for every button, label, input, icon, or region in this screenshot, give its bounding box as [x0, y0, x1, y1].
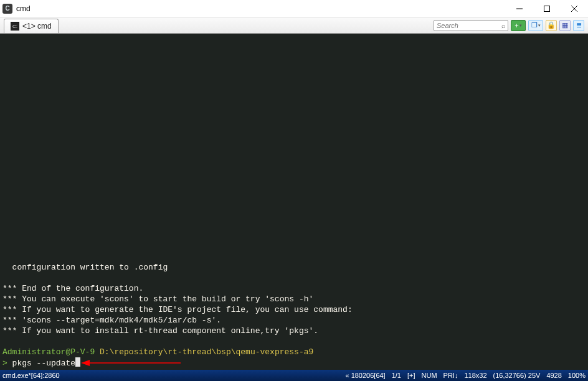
- tab-label: <1> cmd: [22, 22, 52, 31]
- window-menu-button[interactable]: ❐▾: [528, 20, 543, 31]
- svg-rect-1: [544, 6, 550, 11]
- status-seg-7: 4928: [546, 372, 561, 379]
- lock-icon[interactable]: 🔒: [546, 20, 557, 31]
- tab-strip: C: <1> cmd ⌕ +▾ ❐▾ 🔒 ▦ ≣: [0, 17, 588, 34]
- window-title: cmd: [16, 4, 31, 13]
- search-input[interactable]: [434, 22, 500, 29]
- terminal-output: configuration written to .config *** End…: [0, 262, 588, 370]
- status-seg-6: (16,32766) 25V: [493, 372, 541, 379]
- status-seg-0: « 180206[64]: [345, 372, 385, 379]
- maximize-button[interactable]: [533, 0, 561, 17]
- titlebar: C cmd: [0, 0, 588, 17]
- status-seg-2: [+]: [407, 372, 415, 379]
- close-button[interactable]: [561, 0, 588, 17]
- grid-view-button[interactable]: ▦: [559, 20, 571, 31]
- status-bar: cmd.exe*[64]:2860 « 180206[64] 1/1 [+] N…: [0, 370, 588, 381]
- status-process: cmd.exe*[64]:2860: [2, 372, 60, 379]
- app-icon: C: [2, 4, 12, 14]
- terminal[interactable]: configuration written to .config *** End…: [0, 34, 588, 370]
- status-seg-8: 100%: [568, 372, 586, 379]
- status-seg-3: NUM: [422, 372, 437, 379]
- status-seg-5: 118x32: [464, 372, 486, 379]
- console-icon: C:: [11, 22, 19, 31]
- list-view-button[interactable]: ≣: [573, 20, 584, 31]
- minimize-button[interactable]: [506, 0, 533, 17]
- new-tab-button[interactable]: +▾: [511, 20, 526, 31]
- search-box[interactable]: ⌕: [434, 20, 508, 31]
- toolbar: ⌕ +▾ ❐▾ 🔒 ▦ ≣: [434, 17, 588, 33]
- search-icon[interactable]: ⌕: [500, 22, 508, 29]
- status-seg-1: 1/1: [392, 372, 401, 379]
- status-seg-4: PRI↓: [443, 372, 458, 379]
- tab-cmd[interactable]: C: <1> cmd: [4, 19, 59, 33]
